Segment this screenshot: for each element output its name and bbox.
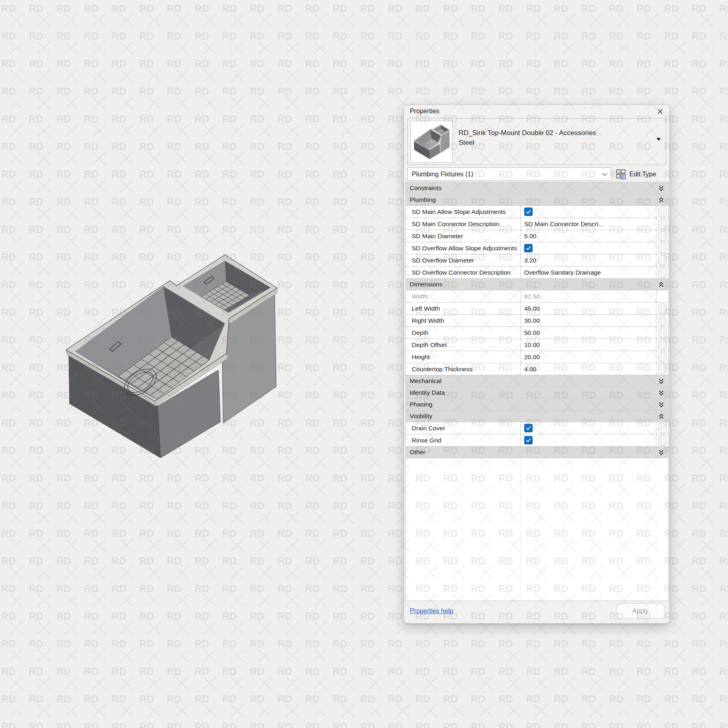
family-name-line1: RD_Sink Top-Mount Double 02 - Accessorie… <box>459 128 649 138</box>
chevron-double-down-icon <box>658 449 664 455</box>
section-header-constraints[interactable]: Constraints <box>406 182 668 194</box>
section-header-phasing[interactable]: Phasing <box>406 399 668 411</box>
check-icon <box>525 245 531 251</box>
chevron-double-down-icon <box>658 390 664 396</box>
associate-parameter-button[interactable] <box>658 207 667 217</box>
property-value[interactable]: 30.00 <box>521 315 656 327</box>
apply-button[interactable]: Apply <box>616 603 665 618</box>
property-row-sd-overflow-diameter: SD Overflow Diameter3.20 <box>406 254 668 267</box>
properties-rows: Constraints Plumbing SD Main Allow Slope… <box>406 182 669 601</box>
associate-parameter-button[interactable] <box>658 219 667 229</box>
edit-type-button[interactable]: Edit Type <box>616 167 656 181</box>
family-preview-thumbnail <box>411 121 453 163</box>
associate-parameter-button[interactable] <box>658 243 667 254</box>
associate-parameter-cell <box>656 339 668 351</box>
property-value[interactable]: 50.00 <box>521 327 656 339</box>
properties-panel: Properties RD_Sink Top-Mount Double 02 -… <box>404 104 670 624</box>
category-filter-combobox[interactable]: Plumbing Fixtures (1) <box>407 167 612 181</box>
checkbox-checked[interactable] <box>524 244 533 252</box>
chevron-down-icon <box>602 173 607 176</box>
section-label: Phasing <box>410 401 432 408</box>
associate-parameter-button[interactable] <box>658 423 667 434</box>
checkbox-checked[interactable] <box>524 424 533 432</box>
selector-dropdown-icon[interactable] <box>656 138 661 141</box>
chevron-double-up-icon <box>658 413 664 419</box>
associate-parameter-cell <box>656 267 668 279</box>
property-row-rinse-grid: Rinse Grid <box>406 434 668 447</box>
property-label: SD Main Allow Slope Adjustments <box>406 206 521 218</box>
section-label: Plumbing <box>410 196 436 203</box>
property-value-cell <box>521 206 656 218</box>
associate-parameter-cell <box>656 206 668 218</box>
checkbox-checked[interactable] <box>524 436 533 444</box>
section-label: Visibility <box>410 413 432 420</box>
property-value[interactable]: SD Main Connector Descri... <box>521 218 656 230</box>
property-row-countertop-thickness: Countertop Thickness4.00 <box>406 363 668 375</box>
associate-parameter-button[interactable] <box>658 340 667 350</box>
property-value[interactable]: 45.00 <box>521 303 656 315</box>
associate-parameter-button[interactable] <box>658 303 667 314</box>
associate-parameter-cell <box>656 290 668 303</box>
section-label: Mechanical <box>410 377 441 385</box>
associate-parameter-cell <box>656 218 668 230</box>
property-label: SD Main Diameter <box>406 230 521 242</box>
associate-parameter-button[interactable] <box>658 364 667 375</box>
property-row-sd-overflow-allow-slope-adjustments: SD Overflow Allow Slope Adjustments <box>406 242 668 254</box>
associate-parameter-button[interactable] <box>658 231 667 241</box>
associate-parameter-cell <box>656 327 668 339</box>
section-header-other[interactable]: Other <box>406 447 668 458</box>
property-label: Countertop Thickness <box>406 363 521 375</box>
section-header-identity-data[interactable]: Identity Data <box>406 387 668 399</box>
type-selector[interactable]: RD_Sink Top-Mount Double 02 - Accessorie… <box>407 118 666 165</box>
property-value[interactable]: Overflow Sanitary Drainage <box>521 267 656 279</box>
chevron-double-down-icon <box>658 378 664 384</box>
section-label: Other <box>410 449 425 456</box>
property-label: SD Overflow Connector Description <box>406 267 521 279</box>
associate-parameter-cell <box>656 315 668 327</box>
section-header-visibility[interactable]: Visibility <box>406 411 668 422</box>
section-header-mechanical[interactable]: Mechanical <box>406 375 668 387</box>
associate-parameter-button[interactable] <box>658 328 667 338</box>
associate-parameter-button[interactable] <box>658 315 667 326</box>
property-value[interactable]: 20.00 <box>521 351 656 363</box>
properties-help-link[interactable]: Properties help <box>410 607 453 615</box>
associate-parameter-button[interactable] <box>658 255 667 266</box>
checkbox-checked[interactable] <box>524 207 533 216</box>
property-label: Depth <box>406 327 521 339</box>
associate-parameter-cell <box>656 363 668 375</box>
close-icon[interactable] <box>656 107 665 116</box>
property-value-cell <box>521 242 656 254</box>
chevron-double-up-icon <box>658 197 664 203</box>
associate-parameter-button[interactable] <box>658 352 667 362</box>
property-row-depth: Depth50.00 <box>406 327 668 339</box>
property-row-right-width: Right Width30.00 <box>406 315 668 327</box>
section-header-dimensions[interactable]: Dimensions <box>406 279 668 290</box>
edit-type-label: Edit Type <box>629 171 656 178</box>
property-value[interactable]: 4.00 <box>521 363 656 375</box>
category-filter-value: Plumbing Fixtures (1) <box>412 171 473 178</box>
property-label: Height <box>406 351 521 363</box>
property-value[interactable]: 10.00 <box>521 339 656 351</box>
associate-parameter-cell <box>656 351 668 363</box>
property-row-depth-offset: Depth Offset10.00 <box>406 339 668 351</box>
associate-parameter-cell <box>656 230 668 242</box>
family-type-line2: Steel <box>459 138 649 148</box>
property-label: SD Overflow Allow Slope Adjustments <box>406 242 521 254</box>
edit-type-icon <box>616 169 626 180</box>
property-row-height: Height20.00 <box>406 351 668 363</box>
associate-parameter-button[interactable] <box>658 267 667 278</box>
desktop: { "watermark": { "text": "RD" }, "colors… <box>0 0 728 728</box>
section-header-plumbing[interactable]: Plumbing <box>406 194 668 206</box>
associate-parameter-cell <box>656 254 668 267</box>
property-value[interactable]: 3.20 <box>521 254 656 267</box>
property-row-sd-main-allow-slope-adjustments: SD Main Allow Slope Adjustments <box>406 206 668 218</box>
property-value-cell <box>521 434 656 447</box>
property-row-left-width: Left Width45.00 <box>406 303 668 315</box>
property-label: Rinse Grid <box>406 434 521 447</box>
chevron-double-down-icon <box>658 185 664 191</box>
section-label: Constraints <box>410 184 441 192</box>
associate-parameter-cell <box>656 303 668 315</box>
property-value[interactable]: 5.00 <box>521 230 656 242</box>
associate-parameter-button[interactable] <box>658 435 667 446</box>
property-row-sd-overflow-connector-description: SD Overflow Connector DescriptionOverflo… <box>406 267 668 279</box>
